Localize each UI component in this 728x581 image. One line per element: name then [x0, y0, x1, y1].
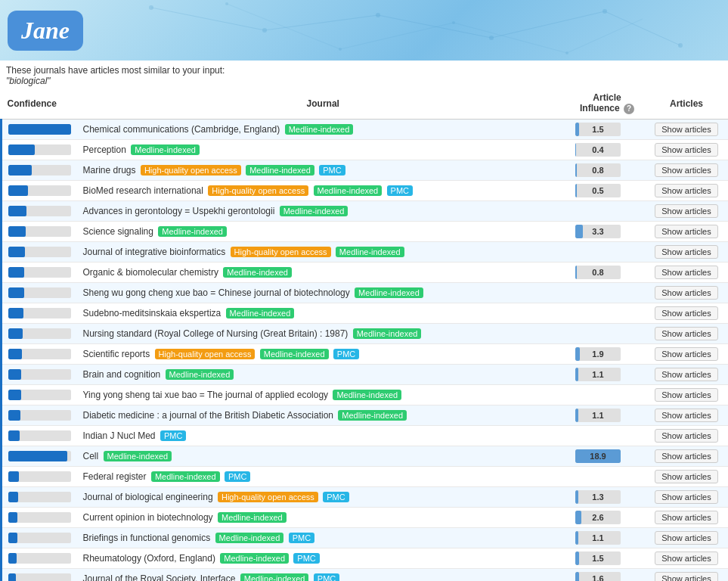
show-articles-button[interactable]: Show articles [655, 184, 717, 197]
journal-cell: Sudebno-meditsinskaia ekspertiza Medline… [77, 303, 570, 324]
articles-cell: Show articles [645, 324, 728, 344]
show-articles-button[interactable]: Show articles [655, 266, 717, 279]
tag-medline: Medline-indexed [131, 144, 200, 155]
journal-name: Current opinion in biotechnology [83, 512, 213, 523]
confidence-cell [2, 181, 77, 201]
header-articles: Articles [645, 88, 728, 120]
confidence-cell [2, 242, 77, 263]
table-row: Sudebno-meditsinskaia ekspertiza Medline… [2, 303, 729, 324]
svg-point-15 [225, 2, 228, 5]
tag-medline: Medline-indexed [240, 573, 309, 581]
influence-bar: 0.4 [575, 143, 621, 157]
journal-name: Journal of the Royal Society, Interface [83, 573, 236, 581]
show-articles-button[interactable]: Show articles [655, 511, 717, 524]
influence-value: 0.8 [575, 163, 621, 177]
influence-bar: 0.8 [575, 266, 621, 279]
influence-bar: 1.3 [575, 490, 621, 504]
table-row: Indian J Nucl Med PMCShow articles [2, 426, 729, 446]
confidence-bar [8, 185, 71, 196]
confidence-cell [2, 446, 77, 467]
show-articles-button[interactable]: Show articles [655, 204, 717, 218]
confidence-bar [8, 512, 71, 523]
show-articles-button[interactable]: Show articles [655, 347, 717, 361]
journal-cell: Rheumatology (Oxford, England) Medline-i… [77, 548, 570, 569]
articles-cell: Show articles [645, 181, 728, 201]
confidence-bar [8, 390, 71, 400]
confidence-bar [8, 471, 71, 482]
influence-cell: 1.1 [569, 528, 645, 548]
show-articles-button[interactable]: Show articles [655, 245, 717, 259]
tag-hqoa: High-quality open access [155, 349, 256, 359]
articles-cell: Show articles [645, 140, 728, 160]
show-articles-button[interactable]: Show articles [655, 470, 717, 483]
journal-name: Advances in gerontology = Uspekhi geront… [83, 206, 275, 216]
header-journal: Journal [77, 88, 570, 120]
journal-name: Ying yong sheng tai xue bao = The journa… [83, 390, 329, 400]
journal-name: Rheumatology (Oxford, England) [83, 553, 215, 564]
show-articles-button[interactable]: Show articles [655, 123, 717, 136]
influence-cell [569, 426, 645, 446]
journal-cell: Journal of the Royal Society, Interface … [77, 569, 570, 582]
journal-name: Marine drugs [83, 165, 136, 176]
journal-cell: Indian J Nucl Med PMC [77, 426, 570, 446]
journal-cell: Sheng wu gong cheng xue bao = Chinese jo… [77, 283, 570, 303]
svg-line-0 [151, 8, 265, 30]
confidence-cell [2, 201, 77, 222]
influence-bar: 1.9 [575, 347, 621, 361]
show-articles-button[interactable]: Show articles [655, 143, 717, 157]
confidence-bar [8, 369, 71, 380]
influence-cell [569, 242, 645, 263]
journal-name: Cell [83, 451, 99, 461]
show-articles-button[interactable]: Show articles [655, 551, 717, 565]
svg-point-12 [489, 36, 494, 40]
confidence-bar [8, 267, 71, 278]
journal-name: Journal of biological engineering [83, 492, 213, 502]
influence-cell: 1.3 [569, 487, 645, 508]
confidence-cell [2, 263, 77, 283]
influence-value: 0.5 [575, 184, 621, 197]
influence-value: 1.6 [575, 572, 621, 581]
show-articles-button[interactable]: Show articles [655, 306, 717, 320]
show-articles-button[interactable]: Show articles [655, 572, 717, 581]
show-articles-button[interactable]: Show articles [655, 225, 717, 238]
table-row: Ying yong sheng tai xue bao = The journa… [2, 385, 729, 405]
journal-name: Federal register [83, 471, 147, 482]
articles-cell: Show articles [645, 120, 728, 140]
journal-name: Chemical communications (Cambridge, Engl… [83, 124, 280, 135]
table-row: Nursing standard (Royal College of Nursi… [2, 324, 729, 344]
confidence-bar [8, 349, 71, 359]
articles-cell: Show articles [645, 446, 728, 467]
help-icon[interactable]: ? [624, 104, 634, 114]
show-articles-button[interactable]: Show articles [655, 327, 717, 340]
influence-cell: 0.8 [569, 160, 645, 181]
show-articles-button[interactable]: Show articles [655, 163, 717, 177]
articles-cell: Show articles [645, 528, 728, 548]
influence-bar: 1.6 [575, 572, 621, 581]
articles-cell: Show articles [645, 201, 728, 222]
influence-bar: 0.8 [575, 163, 621, 177]
table-row: Journal of the Royal Society, Interface … [2, 569, 729, 582]
tag-pmc: PMC [225, 471, 250, 482]
confidence-cell [2, 344, 77, 365]
influence-cell [569, 303, 645, 324]
journal-cell: Brain and cognition Medline-indexed [77, 365, 570, 385]
show-articles-button[interactable]: Show articles [655, 429, 717, 443]
influence-cell [569, 467, 645, 487]
table-row: Sheng wu gong cheng xue bao = Chinese jo… [2, 283, 729, 303]
confidence-cell [2, 426, 77, 446]
show-articles-button[interactable]: Show articles [655, 490, 717, 504]
show-articles-button[interactable]: Show articles [655, 286, 717, 300]
influence-value: 1.1 [575, 409, 621, 422]
influence-cell: 1.1 [569, 365, 645, 385]
journal-name: Nursing standard (Royal College of Nursi… [83, 328, 349, 339]
show-articles-button[interactable]: Show articles [655, 531, 717, 545]
show-articles-button[interactable]: Show articles [655, 388, 717, 402]
show-articles-button[interactable]: Show articles [655, 409, 717, 422]
show-articles-button[interactable]: Show articles [655, 368, 717, 381]
influence-cell: 1.6 [569, 569, 645, 582]
tag-pmc: PMC [387, 185, 413, 196]
tag-pmc: PMC [293, 553, 319, 564]
journal-name: Sheng wu gong cheng xue bao = Chinese jo… [83, 287, 350, 298]
confidence-cell [2, 365, 77, 385]
show-articles-button[interactable]: Show articles [655, 449, 717, 463]
